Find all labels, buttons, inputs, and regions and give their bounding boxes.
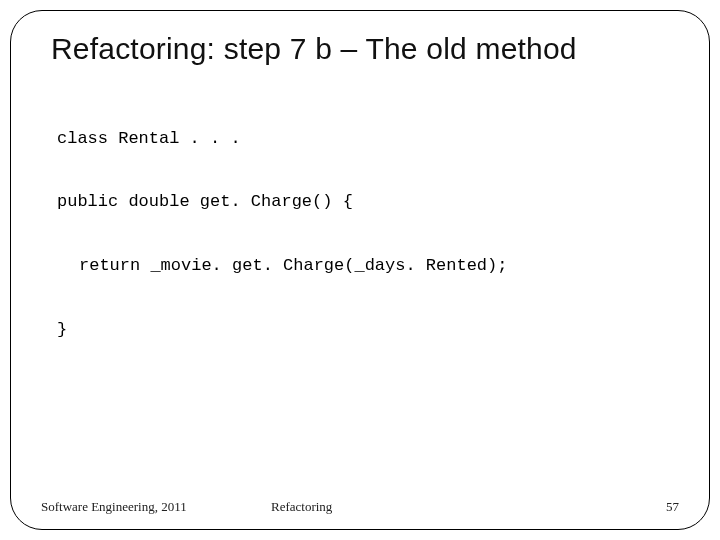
code-line-2: public double get. Charge() { (57, 191, 679, 212)
slide-frame: Refactoring: step 7 b – The old method c… (10, 10, 710, 530)
page-number: 57 (666, 499, 679, 515)
code-line-4: } (57, 319, 679, 340)
code-block: class Rental . . . public double get. Ch… (41, 85, 679, 383)
slide-footer: Software Engineering, 2011 Refactoring 5… (41, 499, 679, 515)
footer-course: Software Engineering, 2011 (41, 499, 187, 515)
footer-topic: Refactoring (271, 499, 332, 515)
code-line-1: class Rental . . . (57, 128, 679, 149)
code-line-3: return _movie. get. Charge(_days. Rented… (57, 255, 679, 276)
slide-title: Refactoring: step 7 b – The old method (41, 29, 679, 75)
